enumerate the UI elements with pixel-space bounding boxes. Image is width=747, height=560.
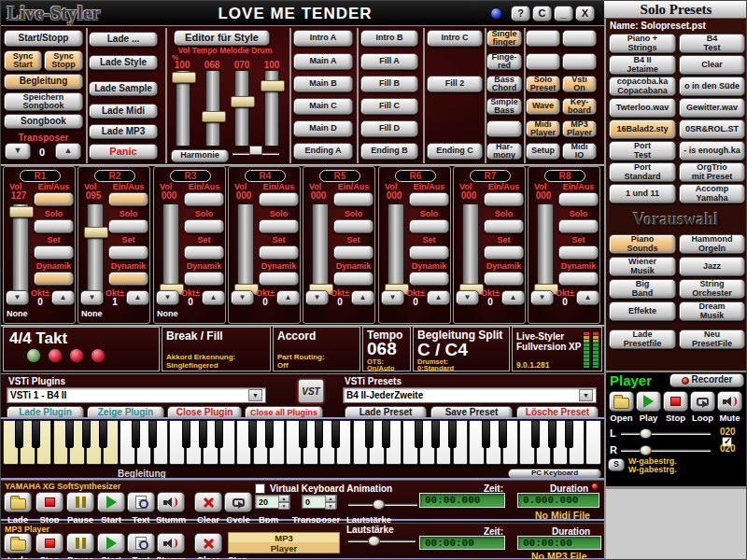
set-button[interactable]	[484, 245, 524, 259]
solo-button[interactable]	[484, 219, 524, 233]
mixer-slider-tempo[interactable]	[205, 70, 220, 147]
piano-black-key[interactable]	[382, 420, 390, 448]
solo-button[interactable]	[184, 219, 224, 233]
style-button-mp3-player[interactable]: MP3 Player	[562, 120, 597, 137]
style-button-vsti-on[interactable]: Vsti On	[562, 76, 597, 92]
piano-black-key[interactable]	[315, 420, 323, 448]
channel-volume-slider[interactable]	[237, 203, 254, 302]
dynamik-button[interactable]	[333, 272, 374, 286]
solo-button[interactable]	[333, 219, 374, 233]
start-stop-button[interactable]: Start/Stopp	[4, 30, 83, 47]
mixer-slider-handle[interactable]	[202, 111, 226, 122]
solo-button[interactable]	[259, 219, 299, 233]
pause-button[interactable]	[66, 533, 94, 553]
bpm-stepper[interactable]: 20 ▲▼	[255, 495, 290, 509]
stop-button[interactable]	[35, 492, 63, 512]
vsti-plugin-select[interactable]: VSTi 1 - B4 II ▼	[7, 387, 266, 403]
einaus-button[interactable]	[484, 192, 524, 206]
octave-up-button[interactable]: ▲	[51, 290, 75, 305]
style-button-fill-c[interactable]: Fill C	[360, 98, 418, 115]
octave-down-button[interactable]: ▼	[456, 290, 479, 305]
channel-volume-slider[interactable]	[388, 203, 404, 302]
style-button-blank[interactable]	[526, 53, 560, 70]
octave-down-button[interactable]: ▼	[156, 290, 179, 305]
einaus-button[interactable]	[333, 192, 374, 206]
piano-black-key[interactable]	[531, 420, 540, 448]
mute-button[interactable]	[717, 391, 742, 412]
vorauswahl-wiener-musik[interactable]: Wiener Musik	[609, 257, 676, 276]
transposer-up-button[interactable]: ▲	[55, 143, 81, 160]
solo-preset-b4-test[interactable]: B4 Test	[679, 34, 745, 53]
style-button-fill-2[interactable]: Fill 2	[427, 76, 483, 92]
vorauswahl-string-orchester[interactable]: String Orchester	[679, 279, 745, 299]
left-volume-handle[interactable]	[640, 428, 652, 439]
solo-preset-copacoba-ka-copacabana[interactable]: copacoba.ka Copacabana	[609, 77, 676, 96]
octave-down-button[interactable]: ▼	[305, 290, 329, 305]
mp3-volume-handle[interactable]	[368, 536, 380, 546]
solo-button[interactable]	[108, 219, 148, 233]
style-button-main-a[interactable]: Main A	[293, 53, 353, 70]
stop-button[interactable]	[663, 391, 688, 412]
solo-preset-b4-ii-jetaime[interactable]: B4 II Jetaime	[609, 55, 676, 75]
mixer-slider-handle[interactable]	[261, 80, 285, 91]
piano-black-key[interactable]	[15, 420, 23, 448]
stumm-button[interactable]	[157, 533, 185, 553]
begleitung-button[interactable]: Begleitung	[4, 74, 83, 90]
piano-black-key[interactable]	[331, 420, 340, 448]
solo-preset-0sr-rol-st[interactable]: 0SR&ROL.ST	[679, 119, 745, 139]
piano-black-key[interactable]	[148, 420, 157, 448]
style-button-single-finger[interactable]: Single finger	[486, 30, 522, 47]
octave-up-button[interactable]: ▲	[501, 290, 525, 305]
einaus-button[interactable]	[108, 192, 148, 206]
lade-button[interactable]	[4, 533, 32, 553]
style-button-fill-d[interactable]: Fill D	[360, 120, 418, 137]
pause-button[interactable]	[66, 492, 94, 512]
loop-button[interactable]	[690, 391, 715, 412]
piano-black-key[interactable]	[448, 420, 457, 448]
octave-down-button[interactable]: ▼	[80, 290, 104, 305]
mixer-slider-vol[interactable]	[176, 70, 190, 147]
piano-black-key[interactable]	[65, 420, 74, 448]
set-button[interactable]	[259, 245, 299, 259]
vsti-preset-select[interactable]: B4 II-JederZweite ▼	[343, 387, 597, 403]
piano-black-key[interactable]	[248, 420, 257, 448]
set-button[interactable]	[184, 245, 224, 259]
octave-down-button[interactable]: ▼	[381, 290, 404, 305]
style-button-intro-c[interactable]: Intro C	[427, 30, 483, 47]
mixer-slider-melodie[interactable]	[234, 70, 249, 147]
s-button[interactable]: S	[608, 458, 625, 471]
style-button-blank[interactable]	[562, 53, 597, 70]
vorauswahl-big-band[interactable]: Big Band	[609, 279, 676, 299]
chevron-down-icon[interactable]: ▼	[579, 389, 593, 401]
mixer-slider-drum[interactable]	[264, 70, 279, 147]
channel-volume-slider[interactable]	[12, 203, 29, 302]
editor-style-button[interactable]: Editor für Style	[174, 30, 270, 46]
style-button-blank[interactable]	[486, 120, 522, 137]
set-button[interactable]	[333, 245, 374, 259]
set-button[interactable]	[558, 245, 599, 259]
lade-button[interactable]: Lade ...	[89, 32, 158, 47]
text-button[interactable]	[127, 533, 155, 553]
solo-preset-gewitter-wav[interactable]: Gewitter.wav	[679, 98, 745, 118]
set-button[interactable]	[34, 245, 74, 259]
einaus-button[interactable]	[34, 192, 74, 206]
harmonie-button[interactable]: Harmonie	[171, 149, 229, 162]
piano-black-key[interactable]	[265, 420, 274, 448]
octave-up-button[interactable]: ▲	[576, 290, 599, 305]
stepper-arrows-icon[interactable]: ▲▼	[325, 495, 336, 510]
einaus-button[interactable]	[184, 192, 224, 206]
solo-preset-is-enough-ka[interactable]: - is enough.ka	[679, 141, 745, 161]
start-button[interactable]	[97, 533, 125, 553]
style-button-ending-b[interactable]: Ending B	[360, 143, 418, 160]
help-button[interactable]: ?	[511, 6, 530, 21]
solo-preset-1-und-11[interactable]: 1 und 11	[609, 184, 676, 203]
text-button[interactable]	[127, 492, 155, 512]
piano-black-key[interactable]	[499, 420, 507, 448]
style-button-solo-preset[interactable]: Solo Preset	[526, 76, 560, 92]
style-button-main-d[interactable]: Main D	[293, 120, 353, 137]
octave-up-button[interactable]: ▲	[202, 290, 225, 305]
vorauswahl-hammond-orgeln[interactable]: Hammond Orgeln	[679, 234, 745, 254]
piano-black-key[interactable]	[32, 420, 40, 448]
einaus-button[interactable]	[558, 192, 599, 206]
minimize-button[interactable]: _	[554, 6, 573, 21]
